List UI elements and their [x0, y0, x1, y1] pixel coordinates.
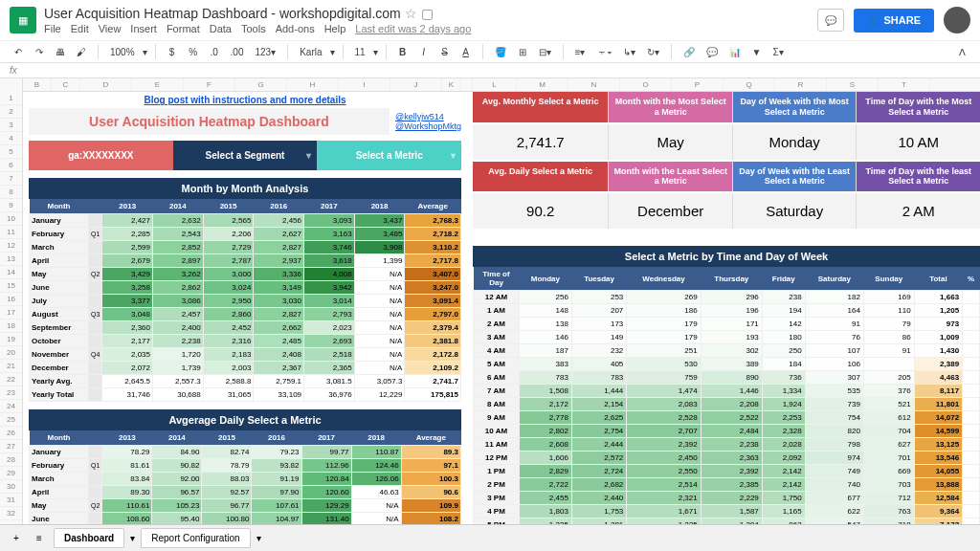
zoom-select[interactable]: 100% [106, 45, 139, 59]
filter-button[interactable]: ▼ [748, 45, 766, 59]
folder-icon[interactable]: ▢ [421, 6, 434, 21]
document-title[interactable]: User Acquisition Heatmap Dashboard - wor… [44, 6, 810, 21]
tod-header: Select a Metric by Time and Day of Week [473, 246, 980, 267]
summary-header: Day of Week with the Least Select a Metr… [733, 162, 857, 192]
menu-format[interactable]: Format [167, 23, 200, 34]
undo-button[interactable]: ↶ [10, 45, 27, 59]
ga-selector[interactable]: ga:XXXXXXXX [29, 141, 173, 170]
summary-header: Month with the Most Select a Metric [609, 92, 732, 122]
menu-view[interactable]: View [99, 23, 122, 34]
toolbar: ↶ ↷ 🖶 🖌 100%▾ $ % .0 .00 123▾ Karla▾ 11▾… [0, 41, 980, 63]
redo-button[interactable]: ↷ [31, 45, 48, 59]
font-select[interactable]: Karla [296, 45, 325, 59]
fx-label: fx [10, 65, 17, 76]
print-button[interactable]: 🖶 [52, 45, 69, 59]
summary-value: Saturday [733, 193, 857, 229]
summary-value: 90.2 [473, 193, 608, 229]
chevron-down-icon: ▾ [451, 150, 456, 161]
menu-add-ons[interactable]: Add-ons [276, 23, 315, 34]
summary-value: May [609, 124, 732, 160]
summary-header: Avg. Monthly Select a Metric [473, 92, 608, 122]
strike-button[interactable]: S [436, 45, 454, 59]
star-icon[interactable]: ☆ [405, 6, 417, 21]
font-size[interactable]: 11 [351, 45, 369, 59]
summary-header: Time of Day with the least Select a Metr… [857, 162, 980, 192]
segment-selector[interactable]: Select a Segment▾ [173, 141, 318, 170]
summary-value: 2,741.7 [473, 124, 608, 160]
menu-data[interactable]: Data [210, 23, 232, 34]
menu-file[interactable]: File [44, 23, 61, 34]
italic-button[interactable]: I [415, 45, 433, 59]
summary-value: Monday [733, 124, 857, 160]
summary-value: December [609, 193, 732, 229]
comment-icon[interactable]: 💬 [702, 45, 722, 59]
twitter-link[interactable]: @kellyjw514 [395, 112, 461, 121]
blog-link[interactable]: Blog post with instructions and more det… [29, 92, 461, 108]
add-sheet-button[interactable]: + [8, 531, 25, 541]
tab-report-config[interactable]: Report Configuration [141, 528, 250, 541]
menu-edit[interactable]: Edit [71, 23, 89, 34]
menu-help[interactable]: Help [324, 23, 346, 34]
merge-button[interactable]: ⊟▾ [535, 45, 555, 59]
chevron-down-icon: ▾ [306, 150, 311, 161]
menu-tools[interactable]: Tools [241, 23, 266, 34]
sheets-logo: ▦ [10, 7, 36, 33]
comments-button[interactable]: 💬 [817, 9, 844, 32]
avatar[interactable] [944, 7, 970, 33]
summary-header: Avg. Daily Select a Metric [473, 162, 608, 192]
daily-avg-header: Avgerage Daily Select a Metric [29, 409, 461, 430]
last-edit[interactable]: Last edit was 2 days ago [355, 23, 471, 34]
summary-header: Day of Week with the Most Select a Metri… [733, 92, 857, 122]
summary-header: Time of Day with the Most Select a Metri… [857, 92, 980, 122]
text-color-button[interactable]: A [457, 45, 475, 59]
twitter-link[interactable]: @WorkshopMktg [395, 121, 461, 131]
link-button[interactable]: 🔗 [679, 45, 699, 59]
share-button[interactable]: 👤 SHARE [854, 9, 934, 33]
summary-value: 2 AM [857, 193, 980, 229]
borders-button[interactable]: ⊞ [514, 45, 531, 59]
summary-value: 10 AM [857, 124, 980, 160]
metric-selector[interactable]: Select a Metric▾ [317, 141, 461, 170]
summary-header: Month with the Least Select a Metric [609, 162, 732, 192]
paint-format-button[interactable]: 🖌 [73, 45, 90, 59]
chart-button[interactable]: 📊 [725, 45, 745, 59]
tab-dashboard[interactable]: Dashboard [54, 528, 124, 541]
all-sheets-button[interactable]: ≡ [31, 531, 48, 541]
month-analysis-header: Month by Month Analysis [29, 178, 461, 199]
fill-color-button[interactable]: 🪣 [491, 45, 510, 59]
bold-button[interactable]: B [394, 45, 412, 59]
dashboard-title: User Acquisition Heatmap Dashboard [29, 108, 390, 135]
menu-insert[interactable]: Insert [130, 23, 157, 34]
